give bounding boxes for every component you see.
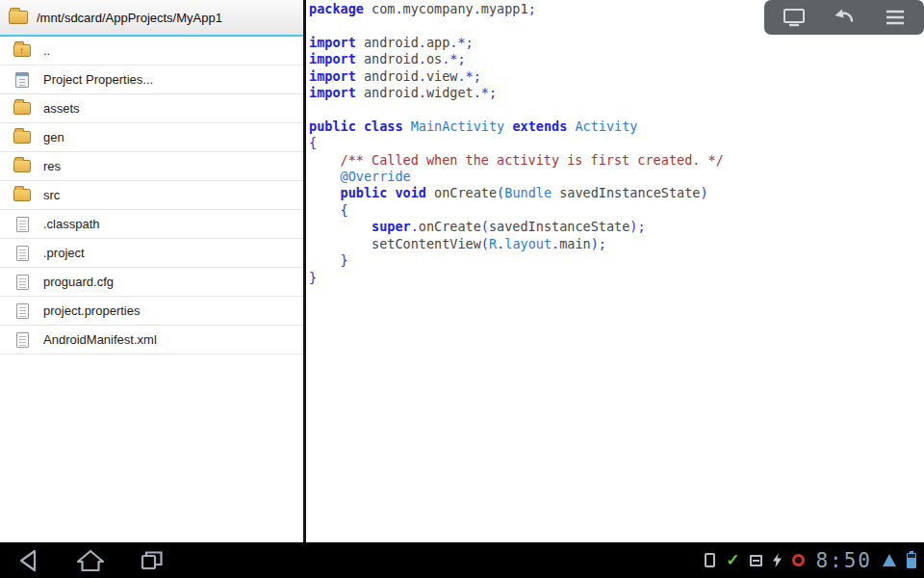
- menu-icon: [885, 9, 906, 26]
- folder-open-icon: [9, 11, 28, 24]
- folder-icon: [13, 102, 31, 115]
- file-label: res: [43, 159, 61, 173]
- menu-button[interactable]: [874, 2, 916, 33]
- code-line: }: [309, 252, 924, 269]
- list-item[interactable]: proguard.cfg: [0, 268, 303, 297]
- back-button[interactable]: [10, 546, 48, 575]
- file-label: AndroidManifest.xml: [43, 332, 157, 347]
- signal-icon: [883, 554, 896, 566]
- bolt-icon: [773, 553, 782, 567]
- list-item[interactable]: ..: [0, 37, 303, 66]
- properties-icon: [15, 72, 29, 88]
- folder-up-icon: [13, 44, 31, 57]
- code-line: import android.widget.*;: [309, 85, 924, 101]
- file-icon: [16, 217, 29, 232]
- recents-icon: [135, 547, 169, 574]
- run-button[interactable]: [773, 2, 815, 33]
- file-label: .classpath: [43, 217, 100, 231]
- list-item[interactable]: gen: [0, 123, 303, 152]
- home-icon: [73, 547, 108, 574]
- code-area: package com.mycompany.myapp1; import and…: [306, 0, 924, 286]
- code-line: import android.view.*;: [309, 68, 924, 85]
- file-label: ..: [43, 43, 50, 58]
- check-icon: ✓: [726, 552, 739, 568]
- list-item[interactable]: assets: [0, 94, 303, 123]
- code-line: import android.app.*;: [309, 35, 924, 51]
- clock: 8:50: [815, 549, 872, 572]
- code-editor[interactable]: package com.mycompany.myapp1; import and…: [306, 0, 924, 542]
- package-icon: [750, 555, 762, 566]
- run-icon: [782, 7, 807, 28]
- list-item[interactable]: res: [0, 152, 303, 181]
- file-icon: [16, 246, 29, 261]
- record-icon: [792, 554, 805, 566]
- file-label: proguard.cfg: [43, 275, 114, 289]
- code-line: @Override: [309, 169, 924, 185]
- file-browser-panel: /mnt/sdcard/AppProjects/MyApp1 ..Project…: [0, 0, 306, 542]
- file-label: assets: [43, 101, 80, 116]
- list-item[interactable]: .classpath: [0, 210, 303, 239]
- path-text: /mnt/sdcard/AppProjects/MyApp1: [37, 11, 222, 25]
- folder-icon: [13, 131, 31, 144]
- app: /mnt/sdcard/AppProjects/MyApp1 ..Project…: [0, 0, 924, 578]
- device-icon: [705, 553, 715, 567]
- code-line: {: [309, 202, 924, 219]
- file-label: project.properties: [43, 303, 140, 318]
- code-line: setContentView(R.layout.main);: [309, 236, 924, 252]
- folder-icon: [13, 189, 31, 201]
- main-area: /mnt/sdcard/AppProjects/MyApp1 ..Project…: [0, 0, 924, 542]
- folder-icon: [13, 160, 31, 172]
- list-item[interactable]: project.properties: [0, 297, 303, 326]
- code-line: super.onCreate(savedInstanceState);: [309, 219, 924, 235]
- status-area[interactable]: ✓ 8:50: [705, 549, 924, 572]
- nav-buttons: [0, 546, 171, 575]
- file-icon: [16, 303, 29, 319]
- code-line: {: [309, 135, 924, 151]
- list-item[interactable]: src: [0, 181, 303, 210]
- file-label: Project Properties...: [43, 72, 153, 87]
- path-header[interactable]: /mnt/sdcard/AppProjects/MyApp1: [0, 0, 303, 37]
- back-icon: [12, 547, 46, 574]
- recents-button[interactable]: [133, 546, 171, 575]
- code-line: /** Called when the activity is first cr…: [309, 152, 924, 169]
- file-icon: [16, 275, 29, 290]
- list-item[interactable]: .project: [0, 239, 303, 268]
- list-item[interactable]: Project Properties...: [0, 66, 303, 94]
- home-button[interactable]: [71, 546, 110, 575]
- file-label: .project: [43, 246, 85, 260]
- file-list: ..Project Properties...assetsgenressrc.c…: [0, 37, 303, 542]
- battery-icon: [907, 553, 916, 568]
- code-line: }: [309, 270, 924, 286]
- code-line: [309, 101, 924, 118]
- system-bar: ✓ 8:50: [0, 542, 924, 578]
- list-item[interactable]: AndroidManifest.xml: [0, 326, 303, 355]
- undo-button[interactable]: [823, 2, 865, 33]
- file-icon: [16, 332, 29, 348]
- editor-toolbar: [764, 0, 924, 35]
- file-label: gen: [43, 130, 64, 144]
- file-label: src: [43, 188, 60, 202]
- code-line: public void onCreate(Bundle savedInstanc…: [309, 185, 924, 201]
- undo-icon: [833, 7, 856, 28]
- code-line: public class MainActivity extends Activi…: [309, 118, 924, 135]
- code-line: import android.os.*;: [309, 51, 924, 67]
